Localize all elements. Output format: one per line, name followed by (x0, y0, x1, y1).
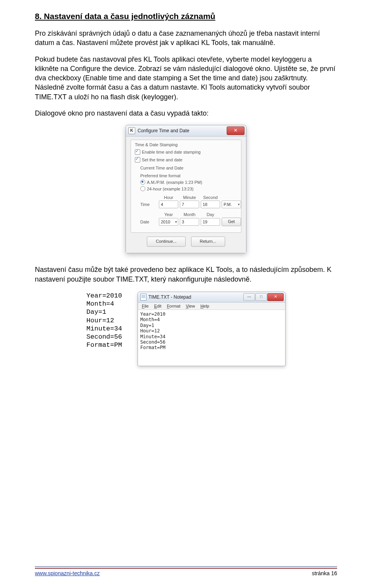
minimize-button[interactable]: — (243, 293, 255, 301)
paragraph-2: Pokud budete čas nastavoval přes KL Tool… (35, 55, 337, 102)
set-time-checkbox[interactable] (135, 157, 140, 163)
footer-page-number: stránka 16 (312, 570, 337, 576)
time-date-fieldset: Time & Date Stamping Enable time and dat… (131, 140, 241, 233)
notepad-title: TIME.TXT - Notepad (148, 294, 243, 300)
menu-edit[interactable]: Edit (152, 303, 164, 309)
month-input[interactable]: 3 (180, 218, 199, 226)
notepad-menubar: File Edit Format View Help (138, 303, 285, 310)
time-row-label: Time (140, 202, 157, 207)
preferred-format-label: Preferred time format (140, 173, 237, 178)
footer-link[interactable]: www.spionazni-technika.cz (35, 570, 100, 576)
config-plain-text: Year=2010 Month=4 Day=1 Hour=12 Minute=3… (86, 292, 122, 349)
24hour-radio-label: 24-hour (example 13:23) (147, 187, 193, 191)
ampm-radio-label: A.M./P.M. (example 1:23 PM) (147, 180, 202, 185)
year-dropdown[interactable]: 2010 (159, 218, 178, 226)
menu-help[interactable]: Help (198, 303, 212, 309)
current-time-label: Current Time and Date (140, 166, 237, 170)
maximize-button[interactable]: □ (255, 293, 267, 301)
ampm-radio[interactable] (140, 180, 145, 185)
notepad-file-icon (140, 294, 146, 301)
return-button[interactable]: Return... (191, 237, 225, 247)
dialog-title: Configure Time and Date (138, 128, 227, 133)
menu-file[interactable]: File (140, 303, 151, 309)
notepad-window: TIME.TXT - Notepad — □ ✕ File Edit Forma… (138, 292, 286, 366)
day-input[interactable]: 19 (201, 218, 220, 226)
month-header: Month (180, 212, 199, 217)
menu-format[interactable]: Format (165, 303, 183, 309)
configure-time-dialog: K Configure Time and Date ✕ Time & Date … (126, 125, 246, 253)
continue-button[interactable]: Continue... (147, 237, 185, 247)
notepad-body[interactable]: Year=2010 Month=4 Day=1 Hour=12 Minute=3… (138, 310, 285, 366)
section-heading: 8. Nastavení data a času jednotlivých zá… (35, 12, 337, 21)
hour-input[interactable]: 4 (159, 201, 178, 208)
year-header: Year (159, 212, 178, 217)
footer-rule (35, 566, 337, 569)
notepad-close-button[interactable]: ✕ (267, 293, 284, 301)
paragraph-3: Dialogové okno pro nastavení data a času… (35, 109, 337, 118)
enable-stamping-checkbox[interactable] (135, 149, 140, 155)
page-footer: www.spionazni-technika.cz stránka 16 (35, 566, 337, 576)
ampm-dropdown[interactable]: P.M. (222, 201, 241, 208)
second-input[interactable]: 18 (201, 201, 220, 208)
close-button[interactable]: ✕ (227, 126, 245, 135)
24hour-radio[interactable] (140, 186, 145, 191)
notepad-titlebar[interactable]: TIME.TXT - Notepad — □ ✕ (138, 292, 285, 303)
day-header: Day (201, 212, 220, 217)
minute-header: Minute (180, 195, 199, 200)
minute-input[interactable]: 7 (180, 201, 199, 208)
fieldset-legend: Time & Date Stamping (135, 142, 237, 147)
paragraph-1: Pro získávání správných údajů o datu a č… (35, 29, 337, 48)
menu-view[interactable]: View (183, 303, 197, 309)
app-k-icon: K (128, 127, 135, 134)
set-time-label: Set the time and date (142, 157, 183, 162)
paragraph-4: Nastavení času může být také provedeno b… (35, 265, 337, 284)
enable-stamping-label: Enable time and date stamping (142, 150, 201, 154)
hour-header: Hour (159, 195, 178, 200)
get-button[interactable]: Get (222, 218, 241, 226)
second-header: Second (201, 195, 220, 200)
dialog-titlebar[interactable]: K Configure Time and Date ✕ (126, 125, 246, 137)
date-row-label: Date (140, 220, 157, 224)
